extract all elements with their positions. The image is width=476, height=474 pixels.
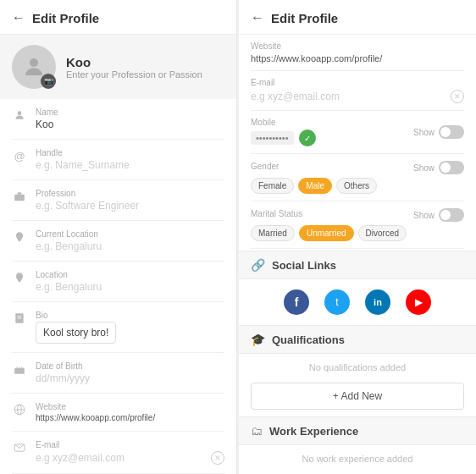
current-location-placeholder: e.g. Bengaluru — [36, 240, 224, 252]
social-icons-row: f t in ▶ — [239, 279, 476, 325]
bio-content[interactable]: Bio Kool story bro! — [36, 311, 224, 344]
right-gender-show-label: Show — [413, 163, 434, 173]
profile-header-section: 📷 Koo Enter your Profession or Passion — [0, 35, 236, 99]
marital-divorced-btn[interactable]: Divorced — [358, 225, 407, 241]
website-content[interactable]: Website https://www.kooapp.com/profile/ — [36, 402, 224, 422]
svg-rect-2 — [14, 195, 25, 201]
right-mobile-label: Mobile — [251, 118, 316, 127]
right-marital-options: Married Unmarried Divorced — [251, 225, 464, 241]
profile-name: Koo — [66, 55, 202, 69]
location-field: Location e.g. Bengaluru — [12, 262, 224, 302]
dob-placeholder: dd/mm/yyyy — [36, 372, 224, 384]
location-content[interactable]: Location e.g. Bengaluru — [36, 270, 224, 293]
email-content[interactable]: E-mail e.g xyz@email.com ✕ — [36, 440, 224, 465]
dob-label: Date of Birth — [36, 361, 224, 371]
right-mobile-show-label: Show — [413, 128, 434, 137]
right-marital-label: Marital Status — [251, 209, 302, 218]
gender-others-btn[interactable]: Others — [336, 178, 377, 194]
marital-married-btn[interactable]: Married — [251, 225, 295, 241]
qualifications-title: Qualifications — [272, 333, 345, 346]
right-gender-options: Female Male Others — [251, 178, 464, 194]
profession-placeholder: e.g. Software Engineer — [36, 200, 224, 212]
profile-tagline: Enter your Profession or Passion — [66, 69, 202, 80]
email-label: E-mail — [36, 440, 224, 449]
right-form-section: Website https://www.kooapp.com/profile/ … — [239, 35, 476, 249]
youtube-icon[interactable]: ▶ — [406, 289, 431, 315]
add-qualification-button[interactable]: + Add New — [251, 383, 464, 410]
name-field: Name Koo — [12, 99, 224, 140]
location-label: Location — [36, 270, 224, 279]
profession-field-content[interactable]: Profession e.g. Software Engineer — [36, 189, 224, 212]
right-marital-toggle[interactable] — [439, 208, 464, 222]
handle-field: @ Handle e.g. Name_Surname — [12, 140, 224, 180]
email-field: E-mail e.g xyz@email.com ✕ — [12, 432, 224, 474]
no-work-text: No work experience added — [239, 445, 476, 467]
right-mobile-number: •••••••••• — [251, 131, 294, 145]
handle-label: Handle — [36, 148, 224, 157]
right-mobile-toggle[interactable] — [439, 125, 464, 139]
right-gender-toggle[interactable] — [439, 161, 464, 174]
profile-info: Koo Enter your Profession or Passion — [66, 55, 202, 80]
website-field: Website https://www.kooapp.com/profile/ — [12, 394, 224, 432]
location-icon — [12, 231, 27, 245]
globe-icon — [12, 404, 27, 418]
left-panel-title: Edit Profile — [32, 11, 99, 25]
work-experience-section: 🗂 Work Experience No work experience add… — [239, 416, 476, 474]
right-gender-label: Gender — [251, 162, 279, 171]
right-header: ← Edit Profile — [239, 0, 476, 35]
handle-placeholder: e.g. Name_Surname — [36, 159, 224, 171]
cake-icon — [12, 363, 27, 378]
document-icon — [12, 312, 27, 327]
at-icon: @ — [12, 150, 27, 163]
work-experience-title: Work Experience — [269, 425, 358, 438]
right-back-button[interactable]: ← — [251, 10, 264, 25]
profession-label: Profession — [36, 189, 224, 198]
work-experience-section-header: 🗂 Work Experience — [239, 416, 476, 445]
twitter-icon[interactable]: t — [324, 289, 350, 315]
right-website-value: https://www.kooapp.com/profile/ — [251, 53, 464, 63]
right-marital-field: Marital Status Show Married Unmarried Di… — [251, 201, 464, 249]
facebook-icon[interactable]: f — [284, 289, 309, 315]
linkedin-icon[interactable]: in — [365, 289, 390, 315]
bio-label: Bio — [36, 311, 224, 320]
avatar-wrapper[interactable]: 📷 — [12, 45, 56, 89]
gender-male-btn[interactable]: Male — [298, 178, 332, 194]
website-value: https://www.kooapp.com/profile/ — [36, 413, 224, 422]
svg-point-0 — [30, 58, 38, 67]
email-icon — [12, 442, 27, 456]
profession-field: Profession e.g. Software Engineer — [12, 180, 224, 221]
link-icon: 🔗 — [251, 258, 265, 272]
qualifications-section-header: 🎓 Qualifications — [239, 325, 476, 354]
dob-content[interactable]: Date of Birth dd/mm/yyyy — [36, 361, 224, 384]
right-email-field[interactable]: E-mail e.g xyz@email.com ✕ — [251, 71, 464, 111]
camera-badge[interactable]: 📷 — [41, 74, 56, 89]
right-panel-title: Edit Profile — [271, 11, 338, 25]
qualifications-section: 🎓 Qualifications No qualifications added… — [239, 325, 476, 410]
left-back-button[interactable]: ← — [12, 10, 25, 25]
name-value: Koo — [36, 118, 224, 130]
name-field-content[interactable]: Name Koo — [36, 107, 224, 130]
email-placeholder: e.g xyz@email.com — [36, 452, 125, 464]
right-email-clear-icon[interactable]: ✕ — [451, 90, 464, 103]
location-placeholder: e.g. Bengaluru — [36, 281, 224, 293]
social-links-title: Social Links — [272, 259, 336, 272]
no-qualifications-text: No qualifications added — [239, 354, 476, 376]
briefcase-icon — [12, 190, 27, 205]
left-form-section: Name Koo @ Handle e.g. Name_Surname Prof… — [0, 99, 236, 474]
right-website-field[interactable]: Website https://www.kooapp.com/profile/ — [251, 35, 464, 71]
right-gender-field: Gender Show Female Male Others — [251, 154, 464, 201]
right-marital-show-label: Show — [413, 211, 434, 220]
name-label: Name — [36, 107, 224, 117]
left-panel: ← Edit Profile 📷 Koo Enter your Professi… — [0, 0, 237, 474]
right-email-placeholder: e.g xyz@email.com — [251, 91, 340, 102]
marital-unmarried-btn[interactable]: Unmarried — [299, 225, 354, 241]
email-clear-icon[interactable]: ✕ — [211, 451, 224, 465]
current-location-content[interactable]: Current Location e.g. Bengaluru — [36, 229, 224, 252]
right-panel: ← Edit Profile Website https://www.kooap… — [239, 0, 476, 474]
dob-field: Date of Birth dd/mm/yyyy — [12, 353, 224, 394]
gender-female-btn[interactable]: Female — [251, 178, 294, 194]
handle-field-content[interactable]: Handle e.g. Name_Surname — [36, 148, 224, 171]
current-location-label: Current Location — [36, 229, 224, 239]
graduation-icon: 🎓 — [251, 333, 265, 346]
current-location-field: Current Location e.g. Bengaluru — [12, 221, 224, 262]
